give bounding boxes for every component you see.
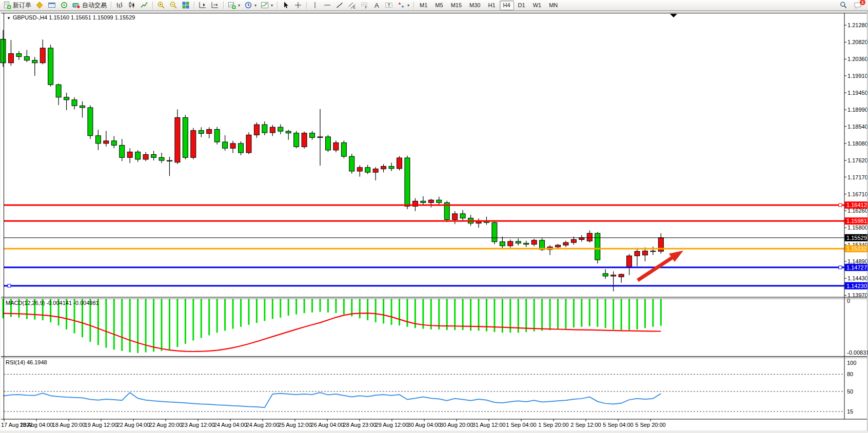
periods-button[interactable]: ▾ xyxy=(242,0,259,11)
candle-body xyxy=(333,142,339,150)
macd-histogram-bar xyxy=(565,299,566,329)
candle-body xyxy=(1,39,6,63)
candle-body xyxy=(151,155,156,158)
tab-timeframe-W1[interactable]: W1 xyxy=(529,1,545,10)
line-chart-mode-button[interactable] xyxy=(138,0,150,11)
tab-timeframe-H1[interactable]: H1 xyxy=(484,1,499,10)
svg-text:A: A xyxy=(374,2,379,9)
candlestick-mode-button[interactable] xyxy=(126,0,138,11)
candle-body xyxy=(524,243,529,244)
navigator-button[interactable] xyxy=(58,0,70,11)
tab-timeframe-D1[interactable]: D1 xyxy=(515,1,529,10)
indicators-icon xyxy=(261,1,269,9)
vertical-line-tool-button[interactable] xyxy=(309,0,321,11)
crosshair-tool-button[interactable] xyxy=(292,0,304,11)
candle xyxy=(325,135,330,152)
zoom-in-button[interactable] xyxy=(155,0,167,11)
candle-body xyxy=(365,168,370,172)
label-tool-button[interactable]: T xyxy=(383,0,395,11)
candle-body xyxy=(48,48,53,85)
horizontal-line-tool-button[interactable] xyxy=(321,0,333,11)
macd-histogram-bar xyxy=(613,299,614,329)
candle xyxy=(492,221,497,244)
autotrading-button[interactable]: 自动交易 xyxy=(70,0,109,11)
navigator-icon xyxy=(60,1,68,9)
macd-histogram-bar xyxy=(573,299,575,327)
cursor-tool-button[interactable] xyxy=(280,0,292,11)
text-icon: A xyxy=(372,1,381,9)
candle-body xyxy=(95,136,101,143)
search-button[interactable] xyxy=(837,0,850,11)
tab-timeframe-M15[interactable]: M15 xyxy=(447,1,465,10)
macd-histogram-bar xyxy=(597,299,598,327)
chart-area[interactable]: 1.212801.208201.203601.199101.194501.189… xyxy=(0,0,868,433)
macd-histogram-bar xyxy=(327,299,329,313)
toolbar-separator xyxy=(306,2,307,9)
candle-body xyxy=(199,131,204,134)
notifications-button[interactable]: 1 xyxy=(852,0,864,11)
line-handle[interactable] xyxy=(8,284,11,287)
arrows-tool-button[interactable]: ▾ xyxy=(395,0,411,11)
macd-histogram-bar xyxy=(541,299,543,331)
candle-body xyxy=(183,117,188,157)
rsi-axis-label: 80 xyxy=(847,371,853,377)
line-handle[interactable] xyxy=(839,203,842,207)
mt4-window: 新订单 自动交易 xyxy=(0,0,868,433)
market-watch-button[interactable] xyxy=(46,0,58,11)
tile-windows-button[interactable] xyxy=(180,0,192,11)
macd-histogram-bar xyxy=(320,299,321,312)
candle xyxy=(405,156,410,210)
fibonacci-tool-button[interactable]: F xyxy=(358,0,370,11)
price-tick-label: 1.21280 xyxy=(847,22,868,28)
candle-body xyxy=(239,143,244,153)
tab-timeframe-M5[interactable]: M5 xyxy=(431,1,446,10)
price-tag-label: 1.14230 xyxy=(846,283,867,289)
tab-timeframe-H4[interactable]: H4 xyxy=(500,1,514,10)
bar-chart-mode-button[interactable] xyxy=(113,0,126,11)
macd-histogram-bar xyxy=(192,299,194,341)
macd-histogram-bar xyxy=(208,299,210,335)
new-order-button[interactable]: 新订单 xyxy=(1,0,33,11)
line-chart-icon xyxy=(140,1,148,9)
price-tag-label: 1.15981 xyxy=(846,218,867,224)
tab-timeframe-M30[interactable]: M30 xyxy=(466,1,484,10)
candle xyxy=(183,115,188,159)
candle-body xyxy=(214,130,220,142)
candle xyxy=(88,106,93,139)
text-tool-button[interactable]: A xyxy=(370,0,383,11)
macd-histogram-bar xyxy=(169,299,170,349)
price-tag-label: 1.15232 xyxy=(846,245,867,252)
symbol-dropdown-icon[interactable]: ▼ xyxy=(7,16,11,20)
line-handle[interactable] xyxy=(839,266,842,269)
macd-histogram-bar xyxy=(295,299,297,315)
macd-histogram-bar xyxy=(399,299,400,325)
vertical-line-icon xyxy=(311,1,319,9)
macd-histogram-bar xyxy=(304,299,305,313)
new-chart-button[interactable]: ▾ xyxy=(226,0,242,11)
indicators-button[interactable]: ▾ xyxy=(259,0,275,11)
macd-histogram-bar xyxy=(462,299,464,330)
candle-body xyxy=(64,97,69,100)
chart-shift-button[interactable] xyxy=(209,0,221,11)
zoom-out-button[interactable] xyxy=(167,0,180,11)
time-axis-label: 19 Aug 12:00 xyxy=(85,422,118,428)
trendline-tool-button[interactable] xyxy=(333,0,346,11)
crosshair-icon xyxy=(294,1,302,9)
tab-timeframe-MN[interactable]: MN xyxy=(545,1,561,10)
macd-histogram-bar xyxy=(383,299,384,323)
channel-tool-button[interactable]: E xyxy=(346,0,358,11)
macd-histogram-bar xyxy=(581,299,582,327)
candle xyxy=(397,156,402,170)
tab-timeframe-M1[interactable]: M1 xyxy=(416,1,431,10)
auto-scroll-button[interactable] xyxy=(196,0,209,11)
chevron-down-icon: ▾ xyxy=(271,3,273,8)
candle-body xyxy=(120,146,125,158)
notification-badge: 1 xyxy=(860,0,865,5)
profiles-button[interactable] xyxy=(33,0,46,11)
candle-body xyxy=(24,56,29,60)
candle-body xyxy=(611,275,616,276)
candle-body xyxy=(294,133,299,147)
time-axis-label: 1 Sep 20:00 xyxy=(538,422,568,428)
candle-body xyxy=(175,117,180,162)
macd-histogram-bar xyxy=(525,299,527,332)
